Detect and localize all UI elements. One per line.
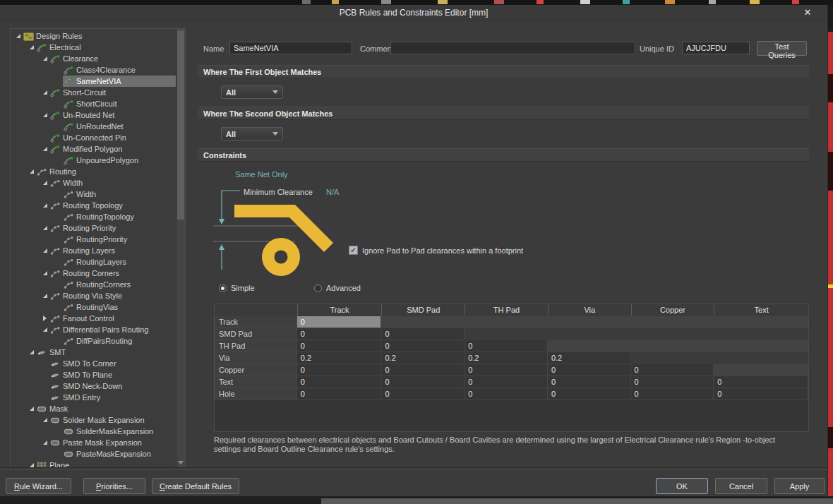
tree-scrollbar-down-icon[interactable] [178,461,184,464]
unique-id-input[interactable] [682,42,750,54]
tree-item-content[interactable]: SameNetVIA [63,76,176,87]
tree-item-clearance[interactable]: Clearance [11,53,176,64]
tree-item-content[interactable]: Design Rules [23,30,176,42]
matrix-cell-th-pad-smd-pad[interactable]: 0 [381,340,465,352]
tree-item-smt[interactable]: SMT [11,347,176,358]
expander-expanded-icon[interactable] [40,418,49,422]
matrix-cell-hole-via[interactable]: 0 [548,388,631,400]
tree-item-content[interactable]: RoutingTopology [63,211,176,222]
expander-expanded-icon[interactable] [40,248,49,253]
tree-item-differential-pairs-routing[interactable]: Differential Pairs Routing [11,324,176,335]
expander-expanded-icon[interactable] [40,440,49,445]
tree-item-content[interactable]: PasteMaskExpansion [63,448,176,460]
tree-item-routing-topology[interactable]: Routing Topology [11,200,176,211]
tree-item-un-routed-net[interactable]: Un-Routed Net [11,109,176,121]
matrix-cell-hole-copper[interactable]: 0 [631,388,714,400]
matrix-cell-text-th-pad[interactable]: 0 [465,376,548,388]
tree-item-content[interactable]: RoutingLayers [63,256,176,268]
tree-item-routingvias[interactable]: RoutingVias [11,301,176,313]
simple-radio[interactable] [219,284,227,292]
matrix-cell-text-track[interactable]: 0 [297,376,382,388]
tree-item-unroutednet[interactable]: UnRoutedNet [11,121,176,132]
tree-item-content[interactable]: UnpouredPolygon [63,155,176,166]
tree-item-content[interactable]: SMD Entry [49,392,176,403]
tree-item-content[interactable]: SMT [36,347,176,358]
create-default-rules-button[interactable]: Create Default Rules [152,478,239,494]
expander-expanded-icon[interactable] [40,328,49,332]
tree-scrollbar-thumb[interactable] [177,30,184,220]
tree-item-shortcircuit[interactable]: ShortCircuit [11,98,176,109]
first-object-match-select[interactable]: All [221,85,283,99]
tree-item-short-circuit[interactable]: Short-Circuit [11,87,176,98]
tree-item-smd-to-corner[interactable]: SMD To Corner [11,358,176,369]
tree-item-un-connected-pin[interactable]: Un-Connected Pin [11,132,176,143]
net-scope-value[interactable]: Same Net Only [235,170,288,179]
matrix-cell-smd-pad-track[interactable]: 0 [297,328,382,340]
tree-item-content[interactable]: Un-Connected Pin [49,132,176,143]
ignore-pad-to-pad-checkbox[interactable]: ✔ [349,246,358,255]
matrix-cell-via-smd-pad[interactable]: 0.2 [381,352,465,364]
matrix-cell-text-text[interactable]: 0 [714,376,808,388]
tree-item-solder-mask-expansion[interactable]: Solder Mask Expansion [11,414,176,426]
tree-item-routing[interactable]: Routing [11,166,176,177]
matrix-cell-via-th-pad[interactable]: 0.2 [465,352,548,364]
second-object-match-select[interactable]: All [221,127,283,140]
tree-item-content[interactable]: Routing Via Style [49,290,176,301]
expander-expanded-icon[interactable] [27,45,36,49]
priorities-button[interactable]: Priorities... [83,478,145,494]
close-icon[interactable]: ✕ [801,6,815,19]
rule-wizard-button[interactable]: Rule Wizard... [6,478,71,494]
tree-item-smd-entry[interactable]: SMD Entry [11,392,176,403]
matrix-cell-th-pad-track[interactable]: 0 [297,340,382,352]
tree-item-content[interactable]: Paste Mask Expansion [49,437,176,448]
matrix-cell-smd-pad-smd-pad[interactable]: 0 [381,328,465,340]
tree-item-content[interactable]: Mask [36,403,176,414]
expander-expanded-icon[interactable] [27,407,36,411]
tree-item-routingcorners[interactable]: RoutingCorners [11,279,176,290]
expander-expanded-icon[interactable] [27,350,36,354]
tree-item-unpouredpolygon[interactable]: UnpouredPolygon [11,155,176,166]
apply-button[interactable]: Apply [774,478,825,494]
tree-item-content[interactable]: UnRoutedNet [63,121,176,132]
tree-item-content[interactable]: Routing Layers [49,245,176,256]
tree-item-diffpairsrouting[interactable]: DiffPairsRouting [11,335,176,347]
tree-item-width[interactable]: Width [11,177,176,188]
tree-item-routingtopology[interactable]: RoutingTopology [11,211,176,222]
tree-item-content[interactable]: RoutingPriority [63,234,176,245]
tree-item-routinglayers[interactable]: RoutingLayers [11,256,176,268]
expander-expanded-icon[interactable] [40,56,49,61]
test-queries-button[interactable]: Test Queries [757,41,807,56]
tree-item-design-rules[interactable]: Design Rules [11,30,176,42]
tree-item-content[interactable]: Width [49,177,176,188]
name-input[interactable] [229,42,352,54]
tree-item-content[interactable]: Routing Priority [49,222,176,234]
tree-scrollbar[interactable] [176,29,185,467]
tree-item-content[interactable]: Un-Routed Net [49,109,176,121]
matrix-cell-text-copper[interactable]: 0 [631,376,714,388]
tree-item-content[interactable]: Routing [36,166,176,177]
tree-item-content[interactable]: SMD To Corner [49,358,176,369]
tree-item-content[interactable]: Modified Polygon [49,143,176,155]
tree-item-content[interactable]: SMD Neck-Down [49,380,176,392]
matrix-cell-hole-th-pad[interactable]: 0 [465,388,548,400]
matrix-cell-hole-text[interactable]: 0 [714,388,808,400]
tree-item-content[interactable]: Differential Pairs Routing [49,324,176,335]
tree-item-routing-via-style[interactable]: Routing Via Style [11,290,176,301]
tree-item-smd-neck-down[interactable]: SMD Neck-Down [11,380,176,392]
tree-item-pastemaskexpansion[interactable]: PasteMaskExpansion [11,448,176,460]
tree-item-paste-mask-expansion[interactable]: Paste Mask Expansion [11,437,176,448]
matrix-cell-copper-track[interactable]: 0 [297,364,382,376]
tree-item-content[interactable]: SMD To Plane [49,369,176,380]
matrix-cell-text-via[interactable]: 0 [548,376,631,388]
tree-item-width[interactable]: Width [11,188,176,200]
tree-item-content[interactable]: DiffPairsRouting [63,335,176,347]
expander-expanded-icon[interactable] [40,147,49,151]
tree-item-content[interactable]: RoutingCorners [63,279,176,290]
cancel-button[interactable]: Cancel [715,478,767,494]
tree-item-class4clearance[interactable]: Class4Clearance [11,64,176,76]
tree-item-content[interactable]: RoutingVias [63,301,176,313]
expander-expanded-icon[interactable] [27,169,36,174]
matrix-cell-copper-smd-pad[interactable]: 0 [381,364,465,376]
tree-item-content[interactable]: Electrical [36,42,176,53]
tree-item-fanout-control[interactable]: Fanout Control [11,313,176,324]
